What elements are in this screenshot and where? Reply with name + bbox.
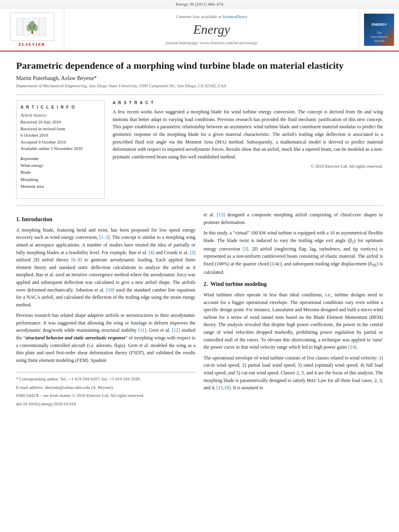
elsevier-logo: ELSEVIER (10, 12, 54, 47)
article-info-column: A R T I C L E I N F O Article history: R… (16, 101, 105, 199)
ref-14[interactable]: [14] (348, 344, 356, 350)
body-right-para3: Wind turbines often operate in less than… (204, 291, 383, 351)
main-content: Parametric dependence of a morphing wind… (0, 51, 399, 417)
citation-bar: Energy 36 (2011) 466–474 (0, 0, 399, 8)
history-group: Article history: Received 16 July 2010 R… (21, 113, 100, 152)
section1-title: 1. Introduction (16, 215, 195, 224)
keyword-2: Blade (21, 169, 100, 176)
footnote-doi: doi:10.1016/j.energy.2010.10.018 (16, 401, 195, 407)
body-right-para1: et al. [13] designed a composite morphin… (204, 211, 383, 226)
affiliation: Department of Mechanical Engineering, Sa… (16, 83, 383, 88)
abstract-header: A B S T R A C T (113, 101, 383, 105)
keyword-4: Moment area (21, 183, 100, 190)
ref-13[interactable]: [13] (217, 212, 225, 218)
svg-rect-10 (31, 31, 33, 34)
keywords-label: Keywords: (21, 156, 100, 161)
ref-5[interactable]: [5] (190, 250, 195, 255)
elsevier-image (10, 12, 54, 41)
svg-text:ENERGY: ENERGY (371, 23, 387, 27)
keyword-3: Morphing (21, 176, 100, 183)
received-date: Received 16 July 2010 (21, 119, 100, 125)
history-label: Article history: (21, 113, 100, 117)
footnote-issn: 0360-5442/$ – see front matter © 2010 El… (16, 392, 195, 399)
section1-para1: A morphing blade, featuring bend and twi… (16, 226, 195, 309)
footnote-area: * Corresponding author. Tel.: +1 619 594… (16, 372, 195, 407)
footnote-email: E-mail address: abeyene@rohan.sdsu.edu (… (16, 384, 195, 391)
article-info-box: A R T I C L E I N F O Article history: R… (16, 101, 105, 199)
elsevier-label: ELSEVIER (19, 42, 45, 47)
energy-logo: ENERGY The International Journal (364, 14, 394, 46)
ref-6-9[interactable]: [6–9] (71, 257, 82, 263)
journal-title: Energy (193, 22, 230, 37)
body-col-left: 1. Introduction A morphing blade, featur… (16, 211, 195, 409)
ref-3[interactable]: [3] (243, 246, 248, 252)
body-col-right: et al. [13] designed a composite morphin… (204, 211, 383, 409)
divider-2 (16, 205, 383, 205)
section2-title: 2. Wind turbine modeling (204, 280, 383, 289)
svg-text:The: The (376, 31, 382, 34)
keywords-group: Keywords: Wind energy Blade Morphing Mom… (21, 156, 100, 190)
authors: Martin Puterbaugh, Asfaw Beyene* (16, 75, 383, 82)
citation-text: Energy 36 (2011) 466–474 (176, 2, 223, 6)
svg-point-9 (33, 24, 38, 31)
svg-text:Journal: Journal (374, 39, 384, 42)
journal-center: Contents lists available at ScienceDirec… (64, 8, 359, 51)
ref-4[interactable]: [4] (149, 250, 154, 255)
ref-12[interactable]: [12] (172, 327, 180, 333)
sciencedirect-text: Contents lists available at ScienceDirec… (176, 14, 247, 19)
svg-point-8 (27, 24, 31, 31)
copyright: © 2010 Elsevier Ltd. All rights reserved… (113, 164, 383, 168)
ref-11[interactable]: [11] (138, 327, 146, 333)
divider-1 (16, 94, 383, 95)
elsevier-logo-section: ELSEVIER (0, 8, 64, 51)
available-online: Available online 5 November 2010 (21, 145, 100, 152)
journal-header: ELSEVIER Contents lists available at Sci… (0, 8, 399, 51)
energy-logo-section: ENERGY The International Journal (359, 8, 399, 51)
abstract-column: A B S T R A C T A few recent works have … (113, 101, 383, 199)
received-revised-date: 6 October 2010 (21, 132, 100, 139)
article-info-header: A R T I C L E I N F O (21, 105, 100, 109)
accepted-date: Accepted 9 October 2010 (21, 139, 100, 146)
abstract-text: A few recent works have suggested a morp… (113, 108, 383, 160)
svg-text:International: International (370, 35, 387, 38)
ref-10[interactable]: [10] (106, 287, 114, 293)
section1-para2: Previous research has related shape adap… (16, 312, 195, 364)
ref-1-3[interactable]: [1–3] (99, 234, 110, 240)
ref-15-16[interactable]: [15,16] (216, 385, 230, 390)
received-revised-label: Received in revised form (21, 125, 100, 132)
body-right-para2: In this study, a "virtual" 100 kW wind t… (204, 229, 383, 276)
info-abstract-section: A R T I C L E I N F O Article history: R… (16, 101, 383, 199)
keyword-1: Wind energy (21, 162, 100, 169)
body-section: 1. Introduction A morphing blade, featur… (16, 211, 383, 409)
article-title: Parametric dependence of a morphing wind… (16, 60, 383, 72)
footnote-corresponding: * Corresponding author. Tel.: +1 619 594… (16, 376, 195, 382)
body-right-para4: The operational envelope of wind turbine… (204, 354, 383, 392)
sciencedirect-link[interactable]: ScienceDirect (222, 14, 247, 19)
journal-homepage: journal homepage: www.elsevier.com/locat… (166, 40, 257, 45)
